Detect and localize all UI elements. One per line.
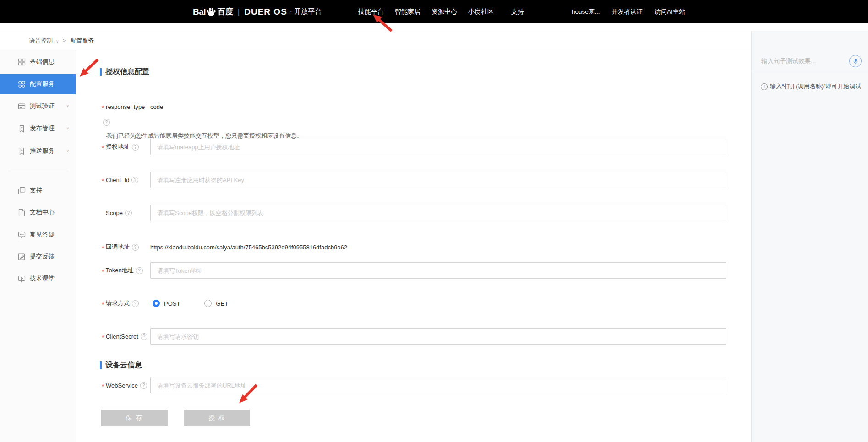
classroom-play-icon: [18, 275, 26, 283]
field-label: * Scope ?: [102, 210, 150, 216]
breadcrumb: 语音控制 ∨ > 配置服务: [0, 31, 751, 50]
help-icon[interactable]: ?: [136, 267, 143, 274]
sidebar-item-release-manage[interactable]: 发布管理 ∨: [0, 119, 76, 139]
microphone-icon: [852, 58, 859, 65]
sidebar-item-push-service[interactable]: 推送服务 ∨: [0, 141, 76, 161]
help-icon[interactable]: ?: [140, 382, 147, 389]
sidebar-item-label: 推送服务: [30, 147, 55, 155]
field-label: * 请求方式 ?: [102, 299, 150, 307]
config-service-content: 授权信息配置 我们已经为您生成智能家居类技能交互模型，您只需要授权相应设备信息。…: [76, 50, 751, 442]
field-label: * 回调地址 ?: [102, 243, 150, 251]
visit-ai-site-link[interactable]: 访问AI主站: [655, 8, 685, 16]
required-mark: *: [102, 104, 104, 111]
field-label: * ClientSecret ?: [102, 333, 150, 340]
help-icon[interactable]: ?: [103, 119, 110, 126]
test-hint-text: 输入“打开(调用名称)”即可开始调试: [770, 82, 861, 91]
bookmark-plus-icon: [18, 125, 26, 133]
nav-item-support[interactable]: 支持: [499, 0, 536, 23]
sidebar-item-support[interactable]: 支持: [0, 180, 76, 200]
nav-item-skill-platform[interactable]: 技能平台: [353, 0, 389, 23]
chevron-down-icon[interactable]: ∨: [66, 104, 69, 108]
form-row-auth-url: * 授权地址 ?: [102, 139, 726, 155]
request-method-radios: POST GET: [150, 300, 228, 307]
sidebar-item-label: 基础信息: [30, 58, 55, 66]
form-row-callback-url: * 回调地址 ? https://xiaodu.baidu.com/saiya/…: [102, 239, 347, 255]
nav-item-resource-center[interactable]: 资源中心: [426, 0, 463, 23]
user-account[interactable]: house墓...: [572, 8, 600, 16]
help-icon[interactable]: ?: [132, 300, 139, 307]
sidebar-item-doc-center[interactable]: 文档中心: [0, 202, 76, 222]
grid-icon: [18, 58, 26, 66]
top-navigation: 技能平台 智能家居 资源中心 小度社区 支持: [353, 0, 536, 23]
help-icon[interactable]: ?: [125, 210, 132, 216]
nav-item-smart-home[interactable]: 智能家居: [389, 0, 426, 23]
token-url-input[interactable]: [150, 262, 726, 279]
form-row-scope: * Scope ?: [102, 205, 726, 221]
scope-input[interactable]: [150, 205, 726, 221]
sidebar-item-faq[interactable]: 常见答疑: [0, 225, 76, 245]
circles-icon: [18, 81, 26, 88]
sidebar-item-label: 测试验证: [30, 102, 55, 110]
sidebar: 基础信息 配置服务 测试验证 ∨ 发布管理 ∨ 推送服务 ∨ 支持: [0, 50, 76, 442]
sidebar-item-test-verify[interactable]: 测试验证 ∨: [0, 96, 76, 116]
client-secret-input[interactable]: [150, 328, 726, 345]
required-mark: *: [102, 334, 104, 341]
sidebar-item-config-service[interactable]: 配置服务: [0, 74, 76, 94]
dueros-logo-text: DUER OS: [244, 7, 287, 17]
section-accent-bar: [100, 68, 102, 76]
sidebar-item-label: 发布管理: [30, 124, 55, 133]
help-icon[interactable]: ?: [131, 177, 138, 183]
top-user-area: house墓... 开发者认证 访问AI主站: [572, 0, 685, 23]
radio-selected-icon: [153, 300, 160, 307]
client-id-input[interactable]: [150, 172, 726, 188]
device-cloud-section-header: 设备云信息: [100, 361, 142, 370]
test-sentence-input[interactable]: [761, 51, 837, 71]
auth-url-input[interactable]: [150, 139, 726, 155]
chevron-down-icon[interactable]: ∨: [56, 39, 59, 43]
sidebar-item-basic-info[interactable]: 基础信息: [0, 52, 76, 72]
test-panel: ! 输入“打开(调用名称)”即可开始调试: [751, 31, 868, 442]
required-mark: *: [102, 245, 104, 252]
form-row-client-id: * Client_Id ?: [102, 172, 726, 188]
section-title: 授权信息配置: [105, 67, 149, 77]
baidu-cn-text: 百度: [218, 6, 233, 17]
copy-icon: [18, 187, 26, 194]
save-button[interactable]: 保 存: [101, 410, 168, 426]
required-mark: *: [102, 268, 104, 275]
sidebar-item-tech-class[interactable]: 技术课堂: [0, 269, 76, 289]
authorize-button[interactable]: 授 权: [184, 410, 250, 426]
edit-icon: [18, 253, 26, 261]
field-label: * response_type: [102, 103, 150, 110]
chevron-down-icon[interactable]: ∨: [66, 126, 69, 130]
baidu-logo-text: Bai: [193, 7, 206, 17]
breadcrumb-separator: >: [63, 38, 66, 44]
radio-get[interactable]: GET: [204, 300, 228, 307]
nav-item-xiaodu-community[interactable]: 小度社区: [463, 0, 499, 23]
required-mark: *: [102, 301, 104, 308]
developer-certification-link[interactable]: 开发者认证: [612, 8, 643, 16]
microphone-button[interactable]: [849, 55, 862, 67]
form-row-web-service: * WebService ?: [102, 377, 726, 393]
required-mark: *: [102, 178, 104, 184]
help-icon[interactable]: ?: [141, 333, 147, 340]
radio-post[interactable]: POST: [153, 300, 180, 307]
document-icon: [18, 209, 26, 216]
help-icon[interactable]: ?: [132, 144, 139, 151]
form-row-request-method: * 请求方式 ? POST GET: [102, 295, 228, 312]
breadcrumb-current: 配置服务: [71, 37, 94, 45]
sidebar-item-label: 提交反馈: [30, 253, 55, 261]
sidebar-item-label: 文档中心: [30, 208, 55, 216]
required-mark: *: [102, 383, 104, 390]
web-service-input[interactable]: [150, 377, 726, 393]
chevron-down-icon[interactable]: ∨: [66, 149, 69, 153]
sidebar-item-feedback[interactable]: 提交反馈: [0, 247, 76, 267]
field-label: * WebService ?: [102, 382, 150, 389]
breadcrumb-parent[interactable]: 语音控制: [29, 37, 53, 45]
sidebar-item-label: 常见答疑: [30, 231, 55, 239]
baidu-dueros-logo[interactable]: Bai 百度 | DUER OS · 开放平台: [193, 0, 322, 23]
form-row-response-type: * response_type code: [102, 98, 163, 115]
help-icon[interactable]: ?: [132, 244, 139, 251]
topbar: Bai 百度 | DUER OS · 开放平台 技能平台 智能家居 资源中心 小…: [0, 0, 868, 23]
top-spacer: [0, 23, 868, 31]
form-row-client-secret: * ClientSecret ?: [102, 328, 726, 345]
